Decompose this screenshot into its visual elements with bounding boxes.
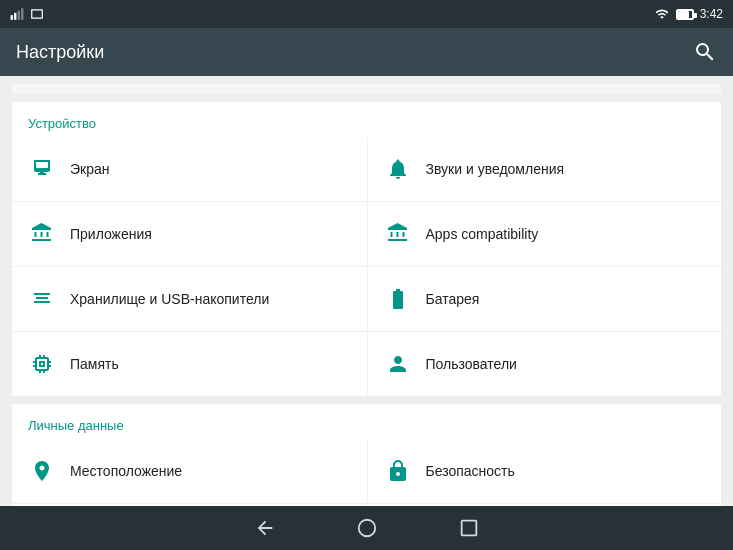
memory-icon: [28, 350, 56, 378]
sim-icon: [30, 7, 44, 21]
personal-grid: Местоположение Безопасность Аккаунты: [12, 439, 721, 506]
display-icon: [28, 155, 56, 183]
settings-item-apps[interactable]: Приложения: [12, 202, 367, 267]
security-label: Безопасность: [426, 463, 515, 479]
page-title: Настройки: [16, 42, 104, 63]
users-icon: [384, 350, 412, 378]
scroll-top-fade: [12, 84, 721, 94]
battery-label: Батарея: [426, 291, 480, 307]
home-icon[interactable]: [356, 517, 378, 539]
svg-point-4: [358, 520, 375, 537]
display-label: Экран: [70, 161, 110, 177]
settings-item-sounds[interactable]: Звуки и уведомления: [367, 137, 722, 202]
section-personal-header: Личные данные: [12, 404, 721, 439]
storage-label: Хранилище и USB-накопители: [70, 291, 269, 307]
back-icon[interactable]: [254, 517, 276, 539]
apps-icon: [28, 220, 56, 248]
settings-item-security[interactable]: Безопасность: [367, 439, 722, 504]
settings-content: Устройство Экран Звуки и уведомления: [0, 76, 733, 506]
signal-icon: [10, 7, 24, 21]
sounds-label: Звуки и уведомления: [426, 161, 565, 177]
section-personal: Личные данные Местоположение Безопасност…: [12, 404, 721, 506]
svg-rect-5: [461, 521, 476, 536]
wifi-icon: [654, 7, 670, 21]
device-grid: Экран Звуки и уведомления Приложения: [12, 137, 721, 396]
memory-label: Память: [70, 356, 119, 372]
storage-icon: [28, 285, 56, 313]
settings-item-apps-compat[interactable]: Apps compatibility: [367, 202, 722, 267]
settings-item-battery[interactable]: Батарея: [367, 267, 722, 332]
location-icon: [28, 457, 56, 485]
location-label: Местоположение: [70, 463, 182, 479]
section-device: Устройство Экран Звуки и уведомления: [12, 102, 721, 396]
recent-apps-icon[interactable]: [458, 517, 480, 539]
status-bar-right: 3:42: [654, 7, 723, 21]
time-display: 3:42: [700, 7, 723, 21]
app-bar: Настройки: [0, 28, 733, 76]
status-bar-left: [10, 7, 44, 21]
battery-full-icon: [384, 285, 412, 313]
svg-rect-1: [14, 13, 16, 20]
nav-bar: [0, 506, 733, 550]
apps-compat-icon: [384, 220, 412, 248]
security-icon: [384, 457, 412, 485]
battery-icon: [676, 9, 694, 20]
svg-rect-3: [21, 8, 23, 20]
apps-compat-label: Apps compatibility: [426, 226, 539, 242]
settings-item-storage[interactable]: Хранилище и USB-накопители: [12, 267, 367, 332]
sounds-icon: [384, 155, 412, 183]
svg-rect-2: [18, 11, 20, 20]
settings-item-users[interactable]: Пользователи: [367, 332, 722, 396]
settings-item-memory[interactable]: Память: [12, 332, 367, 396]
search-icon[interactable]: [693, 40, 717, 64]
svg-rect-0: [11, 15, 13, 20]
apps-label: Приложения: [70, 226, 152, 242]
users-label: Пользователи: [426, 356, 517, 372]
status-bar: 3:42: [0, 0, 733, 28]
settings-item-location[interactable]: Местоположение: [12, 439, 367, 504]
settings-item-display[interactable]: Экран: [12, 137, 367, 202]
section-device-header: Устройство: [12, 102, 721, 137]
